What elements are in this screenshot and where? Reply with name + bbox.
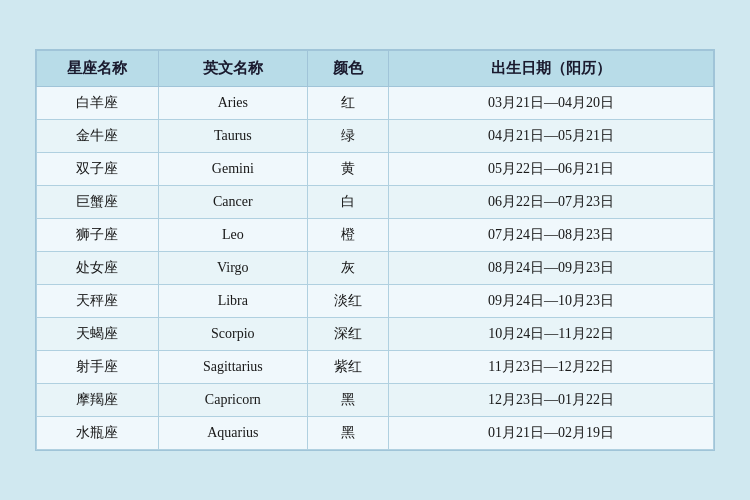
cell-en-name: Leo [158,219,307,252]
cell-en-name: Taurus [158,120,307,153]
cell-color: 白 [307,186,388,219]
cell-zh-name: 水瓶座 [37,417,159,450]
cell-date: 04月21日—05月21日 [389,120,714,153]
cell-zh-name: 白羊座 [37,87,159,120]
cell-color: 橙 [307,219,388,252]
cell-date: 06月22日—07月23日 [389,186,714,219]
cell-zh-name: 双子座 [37,153,159,186]
table-row: 天秤座Libra淡红09月24日—10月23日 [37,285,714,318]
table-row: 水瓶座Aquarius黑01月21日—02月19日 [37,417,714,450]
cell-en-name: Cancer [158,186,307,219]
table-row: 射手座Sagittarius紫红11月23日—12月22日 [37,351,714,384]
cell-date: 12月23日—01月22日 [389,384,714,417]
cell-en-name: Virgo [158,252,307,285]
cell-zh-name: 金牛座 [37,120,159,153]
cell-en-name: Gemini [158,153,307,186]
cell-color: 绿 [307,120,388,153]
header-color: 颜色 [307,51,388,87]
cell-color: 淡红 [307,285,388,318]
table-row: 狮子座Leo橙07月24日—08月23日 [37,219,714,252]
table-header-row: 星座名称 英文名称 颜色 出生日期（阳历） [37,51,714,87]
cell-date: 01月21日—02月19日 [389,417,714,450]
table-row: 双子座Gemini黄05月22日—06月21日 [37,153,714,186]
cell-en-name: Scorpio [158,318,307,351]
cell-date: 08月24日—09月23日 [389,252,714,285]
cell-en-name: Aquarius [158,417,307,450]
table-row: 处女座Virgo灰08月24日—09月23日 [37,252,714,285]
cell-color: 灰 [307,252,388,285]
table-row: 白羊座Aries红03月21日—04月20日 [37,87,714,120]
cell-color: 黑 [307,384,388,417]
header-en-name: 英文名称 [158,51,307,87]
cell-date: 09月24日—10月23日 [389,285,714,318]
cell-color: 深红 [307,318,388,351]
cell-date: 05月22日—06月21日 [389,153,714,186]
cell-color: 黄 [307,153,388,186]
table-body: 白羊座Aries红03月21日—04月20日金牛座Taurus绿04月21日—0… [37,87,714,450]
cell-color: 紫红 [307,351,388,384]
cell-color: 红 [307,87,388,120]
cell-color: 黑 [307,417,388,450]
cell-en-name: Aries [158,87,307,120]
cell-en-name: Capricorn [158,384,307,417]
table-row: 摩羯座Capricorn黑12月23日—01月22日 [37,384,714,417]
cell-zh-name: 天蝎座 [37,318,159,351]
cell-zh-name: 天秤座 [37,285,159,318]
zodiac-table: 星座名称 英文名称 颜色 出生日期（阳历） 白羊座Aries红03月21日—04… [36,50,714,450]
cell-zh-name: 狮子座 [37,219,159,252]
zodiac-table-container: 星座名称 英文名称 颜色 出生日期（阳历） 白羊座Aries红03月21日—04… [35,49,715,451]
cell-date: 11月23日—12月22日 [389,351,714,384]
cell-date: 10月24日—11月22日 [389,318,714,351]
cell-zh-name: 处女座 [37,252,159,285]
table-row: 巨蟹座Cancer白06月22日—07月23日 [37,186,714,219]
header-zh-name: 星座名称 [37,51,159,87]
cell-en-name: Libra [158,285,307,318]
cell-zh-name: 摩羯座 [37,384,159,417]
cell-en-name: Sagittarius [158,351,307,384]
cell-zh-name: 射手座 [37,351,159,384]
cell-date: 03月21日—04月20日 [389,87,714,120]
table-row: 天蝎座Scorpio深红10月24日—11月22日 [37,318,714,351]
cell-date: 07月24日—08月23日 [389,219,714,252]
table-row: 金牛座Taurus绿04月21日—05月21日 [37,120,714,153]
cell-zh-name: 巨蟹座 [37,186,159,219]
header-date: 出生日期（阳历） [389,51,714,87]
